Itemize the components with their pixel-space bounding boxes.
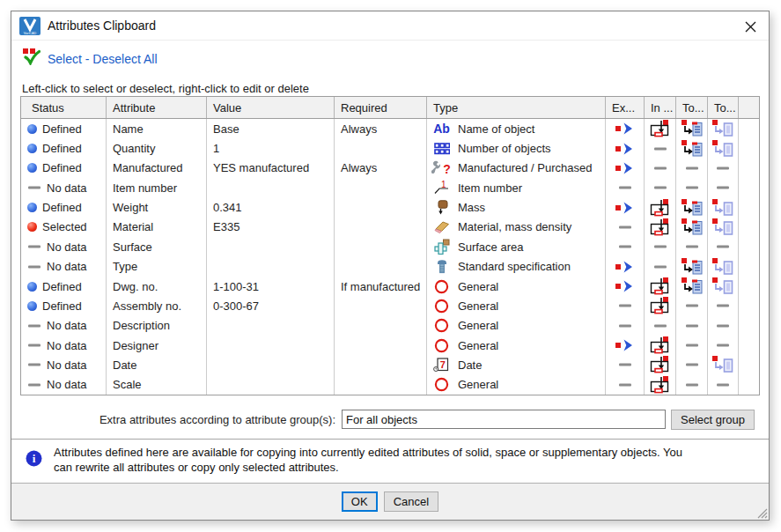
- to-document-flag-cell[interactable]: [676, 237, 708, 256]
- select-group-button[interactable]: Select group: [671, 410, 755, 430]
- required-cell: [335, 355, 427, 374]
- to-box-flag-cell[interactable]: [708, 277, 739, 296]
- table-row[interactable]: DefinedNameBaseAlwaysAbName of object: [21, 119, 759, 138]
- cancel-button[interactable]: Cancel: [384, 491, 438, 512]
- insert-flag-cell[interactable]: [645, 237, 676, 256]
- select-deselect-all-button[interactable]: Select - Deselect All: [23, 48, 158, 69]
- insert-flag-cell[interactable]: [645, 316, 676, 336]
- insert-flag-cell[interactable]: [645, 257, 676, 277]
- insert-flag-cell[interactable]: [645, 159, 676, 178]
- to-document-flag-cell[interactable]: [676, 138, 708, 158]
- attribute-cell: Name: [107, 119, 207, 138]
- status-cell: Selected: [21, 218, 107, 237]
- export-flag-cell[interactable]: [606, 218, 645, 237]
- export-flag-icon: [615, 161, 634, 175]
- export-flag-cell[interactable]: [606, 355, 645, 374]
- export-flag-cell[interactable]: [606, 296, 645, 315]
- to-document-flag-cell[interactable]: [676, 316, 708, 336]
- export-flag-cell[interactable]: [606, 237, 645, 256]
- table-row[interactable]: No dataSurfaceSurface area: [21, 237, 759, 256]
- insert-flag-cell[interactable]: [645, 119, 676, 138]
- to-box-flag-cell[interactable]: [708, 375, 739, 395]
- to-box-flag-cell[interactable]: [708, 296, 739, 315]
- insert-flag-cell[interactable]: [645, 197, 676, 217]
- ok-button[interactable]: OK: [342, 491, 378, 512]
- export-flag-cell[interactable]: [606, 138, 645, 158]
- type-label: General: [458, 378, 498, 391]
- attributes-clipboard-dialog: VariCAD Attributes Clipboard Select - De…: [11, 11, 770, 521]
- type-item-icon: 1: [434, 181, 450, 195]
- export-flag-cell[interactable]: [606, 178, 645, 197]
- table-row[interactable]: No dataScaleGeneral: [21, 375, 759, 395]
- table-row[interactable]: DefinedManufacturedYES manufacturedAlway…: [21, 159, 759, 178]
- to-box-flag-cell[interactable]: [708, 178, 739, 197]
- attribute-group-label: Extra attributes according to attribute …: [99, 413, 335, 426]
- status-dash-icon: [27, 244, 41, 249]
- to-box-flag-cell[interactable]: [708, 119, 739, 138]
- close-icon[interactable]: [740, 18, 760, 34]
- export-flag-cell[interactable]: [606, 159, 645, 178]
- varicad-logo-icon: VariCAD: [19, 17, 41, 35]
- insert-flag-icon: [650, 336, 671, 354]
- insert-flag-cell[interactable]: [645, 355, 676, 374]
- insert-flag-cell[interactable]: [645, 296, 676, 315]
- resize-grip[interactable]: [755, 506, 768, 519]
- table-row[interactable]: DefinedAssembly no.0-300-67General: [21, 296, 759, 315]
- to-document-flag-cell[interactable]: [676, 296, 708, 315]
- to-box-flag-icon: [712, 277, 733, 295]
- attribute-group-field[interactable]: [342, 410, 666, 429]
- insert-flag-cell[interactable]: [645, 375, 676, 395]
- table-row[interactable]: No dataItem number1Item number: [21, 178, 759, 197]
- to-box-flag-cell[interactable]: [708, 218, 739, 237]
- to-document-flag-cell[interactable]: [676, 218, 708, 237]
- to-box-flag-cell[interactable]: [708, 197, 739, 217]
- no-flag-dash-icon: [716, 382, 730, 388]
- to-box-flag-cell[interactable]: [708, 159, 739, 178]
- insert-flag-cell[interactable]: [645, 218, 676, 237]
- to-document-flag-cell[interactable]: [676, 375, 708, 395]
- attribute-cell: Weight: [107, 197, 207, 217]
- to-document-flag-cell[interactable]: [676, 119, 708, 138]
- to-document-flag-cell[interactable]: [676, 197, 708, 217]
- table-row[interactable]: No dataDesignerGeneral: [21, 336, 759, 355]
- to-box-flag-cell[interactable]: [708, 336, 739, 355]
- to-document-flag-cell[interactable]: [676, 178, 708, 197]
- no-flag-dash-icon: [716, 166, 730, 171]
- table-row[interactable]: SelectedMaterialE335Material, mass densi…: [21, 218, 759, 237]
- table-header-row: StatusAttributeValueRequiredTypeEx...In …: [21, 97, 759, 119]
- to-document-flag-cell[interactable]: [676, 355, 708, 374]
- to-document-flag-cell[interactable]: [676, 336, 708, 355]
- to-box-flag-cell[interactable]: [708, 257, 739, 277]
- to-document-flag-cell[interactable]: [676, 277, 708, 296]
- table-row[interactable]: No dataTypeStandard specification: [21, 257, 759, 277]
- export-flag-cell[interactable]: [606, 257, 645, 277]
- table-row[interactable]: No dataDate7Date: [21, 355, 759, 374]
- to-box-flag-cell[interactable]: [708, 355, 739, 374]
- to-box-flag-cell[interactable]: [708, 237, 739, 256]
- export-flag-cell[interactable]: [606, 119, 645, 138]
- export-flag-cell[interactable]: [606, 336, 645, 355]
- insert-flag-cell[interactable]: [645, 138, 676, 158]
- export-flag-cell[interactable]: [606, 375, 645, 395]
- to-box-flag-icon: [712, 356, 733, 373]
- to-box-flag-cell[interactable]: [708, 316, 739, 336]
- type-label: Manufactured / Purchased: [458, 161, 592, 174]
- export-flag-cell[interactable]: [606, 316, 645, 336]
- table-row[interactable]: No dataDescriptionGeneral: [21, 316, 759, 336]
- insert-flag-cell[interactable]: [645, 178, 676, 197]
- insert-flag-cell[interactable]: [645, 277, 676, 296]
- table-row[interactable]: DefinedDwg. no.1-100-31If manufacturedGe…: [21, 277, 759, 296]
- type-label: Material, mass density: [458, 220, 571, 233]
- no-flag-dash-icon: [653, 185, 667, 190]
- to-box-flag-cell[interactable]: [708, 138, 739, 158]
- insert-flag-cell[interactable]: [645, 336, 676, 355]
- to-document-flag-cell[interactable]: [676, 257, 708, 277]
- export-flag-cell[interactable]: [606, 277, 645, 296]
- table-row[interactable]: DefinedQuantity1Number of objects: [21, 138, 759, 158]
- value-cell: [207, 237, 335, 256]
- export-flag-cell[interactable]: [606, 197, 645, 217]
- table-row[interactable]: DefinedWeight0.341Mass: [21, 197, 759, 217]
- window-title: Attributes Clipboard: [48, 18, 156, 33]
- type-label: Item number: [458, 181, 522, 195]
- to-document-flag-cell[interactable]: [676, 159, 708, 178]
